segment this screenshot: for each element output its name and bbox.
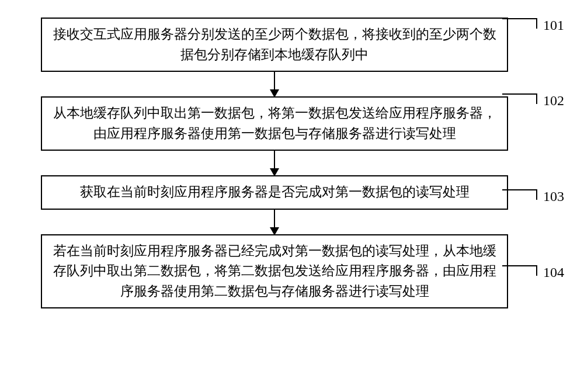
leader-line — [502, 93, 537, 104]
step-text: 接收交互式应用服务器分别发送的至少两个数据包，将接收到的至少两个数据包分别存储到… — [53, 27, 496, 62]
step-box-4: 若在当前时刻应用程序服务器已经完成对第一数据包的读写处理，从本地缓存队列中取出第… — [41, 234, 508, 309]
step-box-2: 从本地缓存队列中取出第一数据包，将第一数据包发送给应用程序服务器，由应用程序服务… — [41, 96, 508, 151]
step-text: 从本地缓存队列中取出第一数据包，将第一数据包发送给应用程序服务器，由应用程序服务… — [53, 106, 496, 141]
arrow-icon — [274, 151, 275, 175]
leader-line — [502, 265, 537, 276]
step-id-label: 102 — [543, 93, 564, 109]
step-id-label: 104 — [543, 265, 564, 280]
arrow-icon — [274, 72, 275, 96]
step-box-1: 接收交互式应用服务器分别发送的至少两个数据包，将接收到的至少两个数据包分别存储到… — [41, 18, 508, 72]
step-text: 获取在当前时刻应用程序服务器是否完成对第一数据包的读写处理 — [80, 185, 470, 199]
arrow-icon — [274, 210, 275, 234]
leader-line — [502, 189, 537, 200]
step-id-label: 101 — [543, 18, 564, 33]
step-id-label: 103 — [543, 189, 564, 204]
step-box-3: 获取在当前时刻应用程序服务器是否完成对第一数据包的读写处理 — [41, 175, 508, 210]
step-text: 若在当前时刻应用程序服务器已经完成对第一数据包的读写处理，从本地缓存队列中取出第… — [53, 244, 496, 299]
leader-line — [502, 18, 537, 29]
flowchart: 接收交互式应用服务器分别发送的至少两个数据包，将接收到的至少两个数据包分别存储到… — [35, 18, 514, 308]
